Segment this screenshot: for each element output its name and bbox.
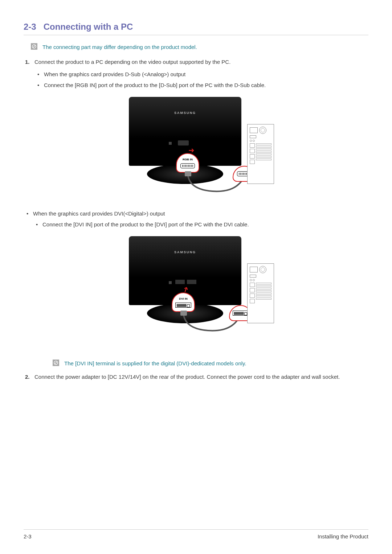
dvi-connector-icon — [233, 311, 249, 316]
instruction-list: Connect the product to a PC depending on… — [24, 58, 368, 381]
svg-line-7 — [54, 361, 57, 364]
section-heading: 2-3 Connecting with a PC — [24, 22, 368, 35]
rgb-port-label: RGB IN — [183, 157, 193, 162]
section-number: 2-3 — [24, 22, 36, 32]
step-1a: When the graphics card provides D-Sub (<… — [34, 70, 368, 79]
footer-chapter: Installing the Product — [318, 533, 368, 539]
step-1b-sub-text: Connect the [DVI IN] port of the product… — [42, 221, 249, 227]
figure-dvi: SAMSUNG ➜ DVI IN — [34, 236, 368, 338]
note-dvi: The [DVI IN] terminal is supplied for th… — [53, 360, 368, 367]
step-2: Connect the power adapter to [DC 12V/14V… — [24, 373, 368, 381]
brand-logo: SAMSUNG — [129, 250, 241, 255]
page-footer: 2-3 Installing the Product — [24, 529, 368, 539]
dsub-connector-icon — [180, 163, 195, 168]
step-2-text: Connect the power adapter to [DC 12V/14V… — [34, 374, 340, 380]
pc-tower-icon — [247, 124, 274, 184]
figure-rgb: SAMSUNG ➜ RGB IN — [34, 97, 368, 198]
note-dvi-text: The [DVI IN] terminal is supplied for th… — [64, 360, 246, 367]
footer-page: 2-3 — [24, 533, 32, 539]
section-title-text: Connecting with a PC — [44, 22, 133, 32]
note-icon — [31, 43, 37, 50]
note-top: The connecting part may differ depending… — [31, 43, 368, 51]
note-text: The connecting part may differ depending… — [42, 43, 197, 51]
step-1a-sub-text: Connect the [RGB IN] port of the product… — [44, 82, 266, 88]
step-1a-text: When the graphics card provides D-Sub (<… — [44, 71, 185, 77]
note-icon — [53, 360, 59, 366]
brand-logo: SAMSUNG — [129, 111, 241, 116]
step-1: Connect the product to a PC depending on… — [24, 58, 368, 367]
step-1b: When the graphics card provides DVI(<Dig… — [24, 209, 368, 229]
svg-line-1 — [33, 45, 36, 48]
dvi-connector-icon — [175, 303, 191, 308]
step-1-text: Connect the product to a PC depending on… — [34, 59, 230, 65]
pc-tower-icon — [247, 263, 274, 323]
step-1b-text: When the graphics card provides DVI(<Dig… — [33, 210, 165, 217]
step-1a-sub: Connect the [RGB IN] port of the product… — [34, 81, 368, 90]
dvi-port-label: DVI IN — [179, 297, 188, 301]
step-1b-sub: Connect the [DVI IN] port of the product… — [33, 220, 368, 229]
